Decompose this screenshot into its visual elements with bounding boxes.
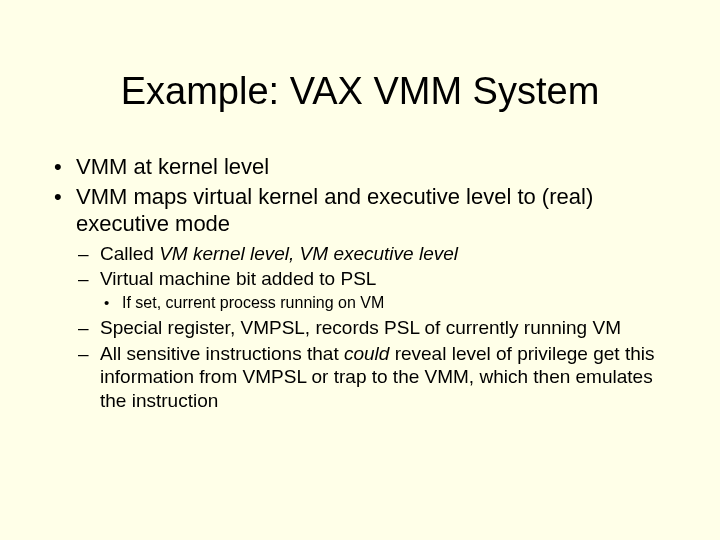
list-item: If set, current process running on VM (100, 293, 670, 314)
bullet-text-pre: Called (100, 243, 159, 264)
bullet-text: Virtual machine bit added to PSL (100, 268, 376, 289)
list-item: Called VM kernel level, VM executive lev… (76, 242, 670, 266)
list-item: VMM maps virtual kernel and executive le… (50, 183, 670, 413)
bullet-text: If set, current process running on VM (122, 294, 384, 311)
bullet-text-italic: VM kernel level, VM executive level (159, 243, 458, 264)
bullet-list-level-2: Called VM kernel level, VM executive lev… (76, 242, 670, 413)
bullet-text-pre: All sensitive instructions that (100, 343, 344, 364)
slide-title: Example: VAX VMM System (50, 70, 670, 113)
list-item: All sensitive instructions that could re… (76, 342, 670, 413)
slide: Example: VAX VMM System VMM at kernel le… (0, 0, 720, 540)
bullet-text-italic: could (344, 343, 389, 364)
bullet-text: Special register, VMPSL, records PSL of … (100, 317, 621, 338)
list-item: Special register, VMPSL, records PSL of … (76, 316, 670, 340)
list-item: VMM at kernel level (50, 153, 670, 181)
bullet-text: VMM maps virtual kernel and executive le… (76, 184, 593, 237)
bullet-list-level-1: VMM at kernel level VMM maps virtual ker… (50, 153, 670, 413)
bullet-list-level-3: If set, current process running on VM (100, 293, 670, 314)
list-item: Virtual machine bit added to PSL If set,… (76, 267, 670, 314)
bullet-text: VMM at kernel level (76, 154, 269, 179)
